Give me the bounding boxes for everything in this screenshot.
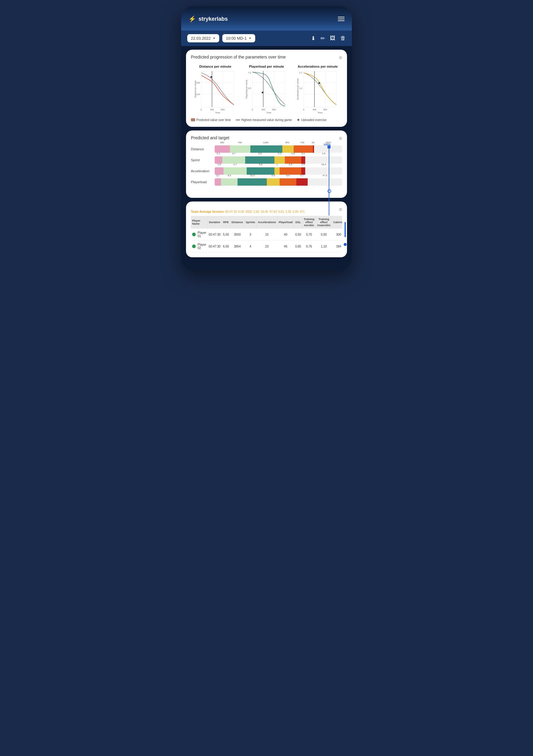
seg-sprint-0 bbox=[215, 156, 222, 164]
svg-text:300: 300 bbox=[313, 108, 317, 111]
table-row: Player 02 00:47:30 6,00 3854 4 23 46 0,6… bbox=[191, 240, 342, 253]
seg-pl-2 bbox=[238, 178, 267, 186]
date-chevron-icon: ▼ bbox=[212, 37, 215, 40]
pl-lbl-1: 8,5 bbox=[221, 174, 238, 177]
acceleration-bar-track: 1,8 4,7 5,8 1 4,3 0,9 18,4 bbox=[215, 167, 342, 175]
seg-acc-0 bbox=[215, 167, 223, 175]
player-02-te-aero: 0,76 bbox=[302, 240, 316, 253]
svg-text:600: 600 bbox=[323, 108, 327, 111]
date-value: 22.03.2022 bbox=[191, 36, 211, 40]
player-01-te-ana: 0,50 bbox=[316, 229, 332, 240]
hamburger-menu[interactable] bbox=[338, 17, 345, 21]
a-lbl-1: 4,7 bbox=[223, 163, 246, 166]
pl-lbl-0: 3,1 bbox=[215, 174, 221, 177]
seg-sprint-6 bbox=[305, 156, 342, 164]
target-card-title: Predicted and target bbox=[191, 135, 229, 140]
d-lbl-6: 3920 bbox=[314, 141, 342, 144]
edit-icon[interactable]: ✏ bbox=[321, 35, 325, 42]
svg-text:1,2: 1,2 bbox=[299, 87, 302, 90]
seg-pl-1 bbox=[221, 178, 238, 186]
player-01-name: Player 01 bbox=[191, 229, 207, 240]
svg-text:★: ★ bbox=[261, 91, 264, 94]
s-lbl-6: 2,6 bbox=[305, 152, 342, 155]
seg-sprint-4 bbox=[285, 156, 301, 164]
date-dropdown[interactable]: 22.03.2022 ▼ bbox=[187, 34, 219, 42]
pl-lbl-2: 15,3 bbox=[238, 174, 267, 177]
a-lbl-6: 18,4 bbox=[305, 163, 342, 166]
legend-highest: Highest measured value during game bbox=[236, 118, 292, 122]
svg-text:0: 0 bbox=[252, 108, 253, 111]
player-01-cal: 300 bbox=[332, 229, 342, 240]
svg-text:300: 300 bbox=[210, 108, 214, 111]
svg-text:0: 0 bbox=[303, 108, 304, 111]
session-dropdown[interactable]: 10:00 MD-1 ▼ bbox=[222, 34, 255, 42]
team-avg-label: Team Average Session bbox=[191, 210, 224, 213]
seg-pl-6 bbox=[308, 178, 342, 186]
d-lbl-2: 1200 bbox=[250, 141, 281, 144]
seg-distance-4 bbox=[294, 146, 313, 153]
distance-label: Distance bbox=[191, 147, 213, 151]
col-distance: Distance bbox=[230, 216, 244, 229]
playerload-chart-svg: 7,0 3,5 0 300 600 Time Playerload per mi… bbox=[242, 69, 291, 115]
image-icon[interactable]: 🖼 bbox=[330, 35, 335, 41]
app-name: strykerlabs bbox=[199, 16, 228, 22]
player-02-dot bbox=[192, 244, 196, 248]
a-lbl-3: 1 bbox=[274, 163, 280, 166]
seg-distance-1 bbox=[230, 146, 250, 153]
download-icon[interactable]: ⬇ bbox=[311, 35, 316, 42]
table-card: ≡ Team Average Session 00:47:30 6,00 392… bbox=[186, 202, 347, 257]
legend-predicted-color bbox=[191, 118, 195, 121]
player-02-name-text: Player 02 bbox=[198, 243, 206, 250]
player-01-acc: 15 bbox=[256, 229, 277, 240]
player-02-te-ana: 1,10 bbox=[316, 240, 332, 253]
player-02-sprints: 4 bbox=[244, 240, 256, 253]
player-02-duration: 00:47:30 bbox=[207, 240, 222, 253]
svg-text:300: 300 bbox=[261, 108, 265, 111]
seg-sprint-5 bbox=[301, 156, 305, 164]
table-wrapper: Player Name Duration RPE Distance Sprint… bbox=[191, 216, 342, 253]
player-02-cal: 384 bbox=[332, 240, 342, 253]
player-01-duration: 00:47:30 bbox=[207, 229, 222, 240]
s-lbl-3: 0,3 bbox=[274, 152, 285, 155]
acceleration-bar-segments bbox=[215, 167, 342, 175]
percent-line bbox=[329, 146, 329, 216]
distance-bar-segments bbox=[215, 146, 342, 153]
svg-text:★: ★ bbox=[318, 81, 321, 85]
svg-text:Playerload per minute: Playerload per minute bbox=[245, 80, 248, 99]
svg-text:240: 240 bbox=[196, 81, 200, 84]
target-card-header: Predicted and target ≡ bbox=[191, 135, 342, 142]
chart-card-menu-icon[interactable]: ≡ bbox=[339, 55, 342, 61]
player-01-dsl: 0,50 bbox=[294, 229, 302, 240]
seg-pl-3 bbox=[267, 178, 280, 186]
playerload-bar-track: 3,1 8,5 15,3 6,6 8,4 5,7 47,6 bbox=[215, 178, 342, 186]
svg-text:Accelerations per minute: Accelerations per minute bbox=[297, 78, 299, 100]
a-lbl-5: 0,9 bbox=[301, 163, 305, 166]
target-card-menu-icon[interactable]: ≡ bbox=[339, 135, 342, 142]
delete-icon[interactable]: 🗑 bbox=[340, 35, 346, 41]
sprint-label: Sprint bbox=[191, 158, 213, 162]
seg-pl-5 bbox=[296, 178, 308, 186]
team-avg-dsl: 0,62 bbox=[278, 210, 284, 213]
s-lbl-5: 0,1 bbox=[301, 152, 305, 155]
svg-text:3,5: 3,5 bbox=[248, 87, 251, 90]
d-lbl-3: 453 bbox=[281, 141, 293, 144]
svg-text:Time: Time bbox=[318, 111, 322, 114]
header: ⚡ strykerlabs bbox=[181, 6, 352, 31]
target-chart-area: 100% Distance 560 760 1200 453 740 bbox=[191, 146, 342, 193]
charts-grid: Distance per minute 240 120 0 300 600 bbox=[191, 65, 342, 115]
legend-star-icon: ★ bbox=[297, 118, 300, 122]
s-lbl-1: 0,7 bbox=[222, 152, 245, 155]
col-sprints: Sprints bbox=[244, 216, 256, 229]
team-avg-row: Team Average Session 00:47:30 6,00 3920 … bbox=[191, 210, 342, 213]
playerload-label: Playerload bbox=[191, 180, 213, 184]
chart-card-title: Predicted progression of the parameters … bbox=[191, 55, 286, 60]
seg-sprint-2 bbox=[245, 156, 274, 164]
acceleration-bar-row: Acceleration 1,8 4,7 5,8 1 4,3 0,9 18,4 bbox=[191, 167, 342, 175]
table-card-menu-icon[interactable]: ≡ bbox=[339, 206, 342, 213]
pl-lbl-5: 5,7 bbox=[296, 174, 308, 177]
player-02-rpe: 6,00 bbox=[222, 240, 230, 253]
col-playerload: Playerload bbox=[277, 216, 294, 229]
d-lbl-0: 560 bbox=[215, 141, 230, 144]
sprint-bar-row: Sprint 0,1 0,7 0,9 0,3 0,5 0,1 2,6 bbox=[191, 156, 342, 164]
player-01-sprints: 3 bbox=[244, 229, 256, 240]
